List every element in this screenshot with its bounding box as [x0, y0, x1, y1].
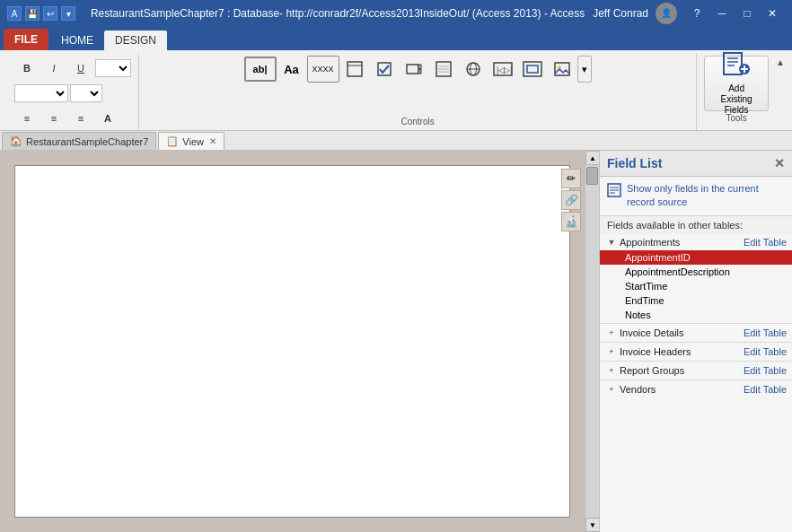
invoiceheaders-edit-table-link[interactable]: Edit Table: [744, 346, 787, 357]
font-family-select[interactable]: [14, 84, 68, 102]
field-list-title: Field List: [607, 156, 662, 170]
scroll-track: [585, 165, 599, 518]
field-starttime[interactable]: StartTime: [600, 279, 792, 293]
pencil-icon-button[interactable]: ✏: [561, 169, 581, 188]
show-only-fields-button[interactable]: Show only fields in the current record s…: [600, 177, 792, 216]
scroll-up-button[interactable]: ▲: [585, 151, 599, 165]
font-size-select[interactable]: [70, 84, 102, 102]
content-scrollbar[interactable]: ▲ ▼: [585, 151, 599, 532]
invoiceheaders-expander: +: [605, 345, 618, 358]
field-starttime-label: StartTime: [625, 281, 787, 292]
tab-home[interactable]: HOME: [50, 31, 104, 50]
svg-rect-0: [348, 62, 362, 76]
access-icon: A: [7, 6, 22, 21]
ribbon-collapse-button[interactable]: ▲: [776, 57, 785, 67]
field-appointmentid-label: AppointmentID: [625, 252, 787, 263]
controls-group: ab| Aa XXXX ▾: [139, 54, 697, 130]
svg-rect-20: [724, 53, 742, 74]
controls-dropdown-button[interactable]: ▾: [577, 56, 592, 83]
tab-file[interactable]: FILE: [4, 29, 48, 50]
field-endtime-label: EndTime: [625, 295, 787, 306]
filter-icon-button[interactable]: 🔬: [561, 212, 581, 231]
content-pane: ✏ 🔗 🔬 ▲ ▼: [0, 151, 599, 532]
textbox-button[interactable]: ab|: [244, 57, 277, 82]
field-appointmentid[interactable]: AppointmentID: [600, 250, 792, 265]
ribbon: B I U ≡ ≡ ≡ A Font ab| Aa X: [0, 50, 792, 131]
tree-group-invoicedetails[interactable]: + Invoice Details Edit Table: [600, 325, 792, 341]
show-fields-icon: [607, 183, 621, 200]
combo-button[interactable]: ▾: [400, 56, 428, 83]
user-avatar: 👤: [656, 3, 677, 24]
tab-view[interactable]: 📋 View ✕: [158, 132, 224, 150]
subform-button[interactable]: [518, 56, 547, 83]
font-group: B I U ≡ ≡ ≡ A Font: [7, 54, 139, 130]
xxxx-button[interactable]: XXXX: [307, 56, 339, 83]
font-select-row: [14, 84, 102, 102]
scroll-thumb[interactable]: [586, 167, 598, 185]
align-center-button[interactable]: ≡: [41, 106, 66, 131]
invoicedetails-group-name: Invoice Details: [620, 327, 744, 338]
divider-1: [600, 323, 792, 324]
appointments-group-header[interactable]: ▼ Appointments Edit Table: [600, 234, 792, 250]
more-icon[interactable]: ▾: [61, 6, 75, 21]
field-appointmentdesc-label: AppointmentDescription: [625, 266, 787, 277]
reportgroups-edit-table-link[interactable]: Edit Table: [744, 365, 787, 376]
view-tab-icon: 📋: [166, 135, 179, 147]
title-bar: A 💾 ↩ ▾ RestaurantSampleChapter7 : Datab…: [0, 0, 792, 27]
field-list-content: ▼ Appointments Edit Table AppointmentID …: [600, 234, 792, 532]
listbox-button[interactable]: [429, 56, 458, 83]
reportgroups-expander: +: [605, 364, 618, 377]
web-button[interactable]: [459, 56, 488, 83]
field-endtime[interactable]: EndTime: [600, 293, 792, 308]
svg-text:▾: ▾: [418, 66, 421, 72]
nav-button[interactable]: |◁▷|: [488, 56, 517, 83]
restaurant-tab-label: RestaurantSampleChapter7: [26, 136, 148, 147]
minimize-button[interactable]: ─: [709, 4, 735, 23]
tree-group-invoiceheaders[interactable]: + Invoice Headers Edit Table: [600, 344, 792, 360]
appointments-edit-table-link[interactable]: Edit Table: [744, 237, 787, 248]
add-existing-fields-button[interactable]: Add ExistingFields: [704, 56, 769, 111]
chain-icon-button[interactable]: 🔗: [561, 190, 581, 210]
italic-button[interactable]: I: [41, 56, 66, 81]
bold-button[interactable]: B: [14, 56, 40, 81]
tab-design[interactable]: DESIGN: [104, 31, 167, 50]
help-button[interactable]: ?: [684, 4, 709, 23]
side-icons: ✏ 🔗 🔬: [561, 169, 581, 231]
save-icon[interactable]: 💾: [25, 6, 40, 21]
font-color-select[interactable]: [95, 59, 131, 77]
add-existing-icon: [722, 51, 751, 82]
appointments-expander: ▼: [605, 236, 618, 249]
underline-button[interactable]: U: [68, 56, 93, 81]
tree-group-reportgroups[interactable]: + Report Groups Edit Table: [600, 362, 792, 379]
vendors-expander: +: [605, 383, 618, 396]
window-title: RestaurantSampleChapter7 : Database- htt…: [83, 7, 593, 20]
checkbox-button[interactable]: [370, 56, 399, 83]
design-area: [14, 165, 570, 518]
image-button[interactable]: [548, 56, 576, 83]
field-list-close-button[interactable]: ✕: [774, 156, 785, 170]
field-notes[interactable]: Notes: [600, 308, 792, 322]
align-left-button[interactable]: ≡: [14, 106, 40, 131]
restore-button[interactable]: □: [735, 4, 760, 23]
controls-group-label: Controls: [400, 117, 434, 128]
tools-group-label: Tools: [726, 113, 746, 125]
tree-group-vendors[interactable]: + Vendors Edit Table: [600, 381, 792, 397]
vendors-edit-table-link[interactable]: Edit Table: [744, 384, 787, 395]
label-button[interactable]: Aa: [277, 56, 306, 83]
field-appointmentdesc[interactable]: AppointmentDescription: [600, 265, 792, 279]
align-right-button[interactable]: ≡: [68, 106, 93, 131]
ribbon-tabs: FILE HOME DESIGN: [0, 27, 792, 50]
frame-button[interactable]: [340, 56, 369, 83]
divider-2: [600, 342, 792, 343]
align-row: ≡ ≡ ≡ A: [14, 106, 120, 131]
field-list-header: Field List ✕: [600, 151, 792, 177]
scroll-down-button[interactable]: ▼: [585, 518, 599, 532]
tab-close-icon[interactable]: ✕: [209, 136, 216, 146]
invoicedetails-edit-table-link[interactable]: Edit Table: [744, 327, 787, 338]
controls-row: ab| Aa XXXX ▾: [244, 56, 592, 83]
vendors-group-name: Vendors: [620, 384, 744, 395]
undo-icon[interactable]: ↩: [43, 6, 57, 21]
font-color-button[interactable]: A: [95, 106, 120, 131]
tab-restaurant[interactable]: 🏠 RestaurantSampleChapter7: [2, 132, 156, 150]
close-button[interactable]: ✕: [760, 4, 785, 23]
